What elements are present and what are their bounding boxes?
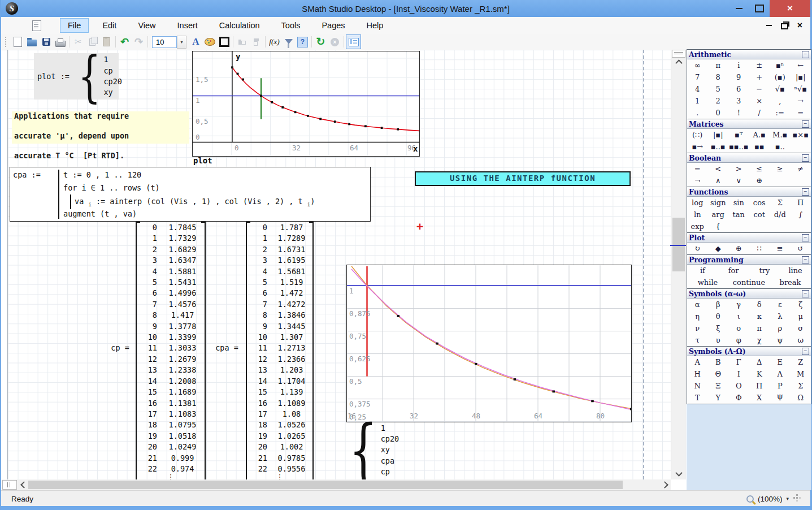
palette-header-symbols-upper[interactable]: Symbols (A-Ω)− xyxy=(687,347,811,356)
palette-symbols-upper-item[interactable]: Κ xyxy=(757,370,762,378)
palette-symbols-lower-item[interactable]: η xyxy=(695,312,700,321)
palette-arithmetic-item[interactable]: / xyxy=(758,109,761,117)
palette-boolean-item[interactable]: = xyxy=(694,165,701,173)
border-button[interactable] xyxy=(217,35,231,49)
paste-button[interactable] xyxy=(99,35,114,49)
palette-symbols-upper-item[interactable]: Ρ xyxy=(778,382,783,390)
menu-item-view[interactable]: View xyxy=(130,18,163,33)
cpa-matrix[interactable]: 01.78711.728921.673131.619541.568151.519… xyxy=(246,222,314,479)
palette-plot-item[interactable]: ↺ xyxy=(797,244,804,253)
palette-plot-item[interactable]: ≡ xyxy=(777,244,783,253)
palette-plot-item[interactable]: ↻ xyxy=(694,244,701,253)
palette-arithmetic-item[interactable]: × xyxy=(756,97,762,105)
palette-programming-item[interactable]: line xyxy=(788,266,802,275)
palette-header-functions[interactable]: Functions− xyxy=(687,187,811,197)
palette-arithmetic-item[interactable]: 4 xyxy=(695,85,700,93)
palette-boolean-item[interactable]: ¬ xyxy=(694,176,701,185)
palette-programming-item[interactable]: break xyxy=(780,278,801,287)
background-color-button[interactable] xyxy=(203,35,217,49)
palette-functions-item[interactable]: ∫ xyxy=(798,210,802,219)
palette-header-programming[interactable]: Programming− xyxy=(687,255,811,265)
scroll-right-button[interactable] xyxy=(661,479,671,490)
palette-header-plot[interactable]: Plot− xyxy=(687,233,811,243)
print-button[interactable] xyxy=(53,35,67,49)
palette-functions-item[interactable]: sin xyxy=(733,198,744,207)
collapse-icon[interactable]: − xyxy=(802,154,809,162)
palette-arithmetic-item[interactable]: = xyxy=(797,109,804,117)
palette-arithmetic-item[interactable]: ! xyxy=(737,109,740,117)
close-button[interactable]: × xyxy=(770,0,810,17)
palette-symbols-upper-item[interactable]: Π xyxy=(756,382,762,390)
palette-symbols-upper-item[interactable]: Χ xyxy=(757,394,762,402)
palette-arithmetic-item[interactable]: 8 xyxy=(716,73,720,81)
palette-symbols-upper-item[interactable]: Ε xyxy=(778,358,783,366)
collapse-icon[interactable]: − xyxy=(802,348,809,355)
palette-symbols-upper-item[interactable]: Ν xyxy=(694,382,701,390)
palette-header-symbols-lower[interactable]: Symbols (α-ω)− xyxy=(687,289,811,299)
collapse-icon[interactable]: − xyxy=(802,290,809,297)
horizontal-scrollbar[interactable] xyxy=(2,479,671,490)
palette-functions-item[interactable]: tan xyxy=(733,210,745,219)
palette-programming-item[interactable]: continue xyxy=(733,278,765,287)
font-color-button[interactable]: A xyxy=(189,35,203,49)
palette-matrices-item[interactable]: A.▪ xyxy=(753,131,766,139)
palette-symbols-upper-item[interactable]: Ω xyxy=(797,394,804,402)
palette-symbols-lower-item[interactable]: ξ xyxy=(716,324,720,332)
palette-symbols-lower-item[interactable]: δ xyxy=(757,300,762,309)
save-button[interactable] xyxy=(39,35,53,49)
palette-symbols-upper-item[interactable]: Τ xyxy=(695,394,700,402)
palette-symbols-lower-item[interactable]: α xyxy=(695,300,700,309)
undo-button[interactable]: ↶ xyxy=(118,35,132,49)
palette-arithmetic-item[interactable]: 3 xyxy=(736,97,741,105)
palette-symbols-upper-item[interactable]: Ζ xyxy=(798,358,803,366)
redo-button[interactable]: ↷ xyxy=(132,35,146,49)
palette-functions-item[interactable]: exp xyxy=(691,222,704,231)
palette-symbols-lower-item[interactable]: τ xyxy=(696,336,700,344)
palette-plot-item[interactable]: ∷ xyxy=(757,244,762,253)
menu-item-help[interactable]: Help xyxy=(359,18,392,33)
mdi-minimize-icon[interactable] xyxy=(766,25,772,26)
palette-boolean-item[interactable]: ≤ xyxy=(756,165,762,173)
vertical-splitter[interactable] xyxy=(672,50,685,58)
palette-symbols-upper-item[interactable]: Θ xyxy=(715,370,721,378)
palette-symbols-lower-item[interactable]: γ xyxy=(736,300,741,309)
menu-item-calculation[interactable]: Calculation xyxy=(211,18,268,33)
palette-symbols-upper-item[interactable]: Ο xyxy=(736,382,742,390)
worksheet-canvas[interactable]: plot := { 1cpcp20xy Applications that re… xyxy=(7,50,671,479)
ainterp-banner[interactable]: USING THE AINTERP fUNCTION xyxy=(415,171,631,186)
palette-matrices-item[interactable]: ▪.. xyxy=(775,142,785,151)
palette-symbols-upper-item[interactable]: Ι xyxy=(737,370,740,378)
collapse-icon[interactable]: − xyxy=(802,120,809,128)
menu-item-edit[interactable]: Edit xyxy=(94,18,124,33)
palette-symbols-lower-item[interactable]: σ xyxy=(798,324,803,332)
palette-matrices-item[interactable]: ▪→ xyxy=(692,142,703,151)
palette-arithmetic-item[interactable]: . xyxy=(696,109,698,117)
palette-matrices-item[interactable]: ▪×▪ xyxy=(792,131,809,139)
scroll-left-button[interactable] xyxy=(18,479,28,490)
plot1-caption[interactable]: plot xyxy=(193,156,212,165)
palette-functions-item[interactable]: cot xyxy=(754,210,765,219)
palette-functions-item[interactable]: log xyxy=(692,198,703,207)
palette-arithmetic-item[interactable]: ▪ⁿ xyxy=(776,61,784,70)
palette-boolean-item[interactable]: > xyxy=(736,165,742,173)
palette-symbols-upper-item[interactable]: Ψ xyxy=(777,394,783,402)
minimize-button[interactable] xyxy=(729,0,749,17)
cpa-program-block[interactable]: cpa := t := 0 , 1 .. 120 for i ∈ 1 .. ro… xyxy=(10,167,371,222)
palette-arithmetic-item[interactable]: i xyxy=(737,61,740,70)
recalculate-button[interactable]: ↻ xyxy=(314,35,328,49)
palette-matrices-item[interactable]: ▪..▪ xyxy=(711,142,726,151)
filter-button[interactable] xyxy=(281,35,296,49)
palette-symbols-lower-item[interactable]: ω xyxy=(797,336,804,344)
palette-symbols-upper-item[interactable]: Δ xyxy=(757,358,762,366)
palette-symbols-lower-item[interactable]: ε xyxy=(778,300,782,309)
palette-functions-item[interactable]: arg xyxy=(712,210,724,219)
palette-symbols-lower-item[interactable]: υ xyxy=(716,336,720,344)
collapse-icon[interactable]: − xyxy=(802,188,809,196)
palette-matrices-item[interactable]: M.▪ xyxy=(772,131,787,139)
palette-symbols-lower-item[interactable]: φ xyxy=(736,336,741,344)
zoom-dropdown-icon[interactable]: ▾ xyxy=(786,496,789,502)
palette-boolean-item[interactable]: < xyxy=(715,165,721,173)
palette-symbols-lower-item[interactable]: π xyxy=(757,324,762,332)
menu-item-insert[interactable]: Insert xyxy=(170,18,206,33)
palette-arithmetic-item[interactable]: 9 xyxy=(736,73,741,81)
